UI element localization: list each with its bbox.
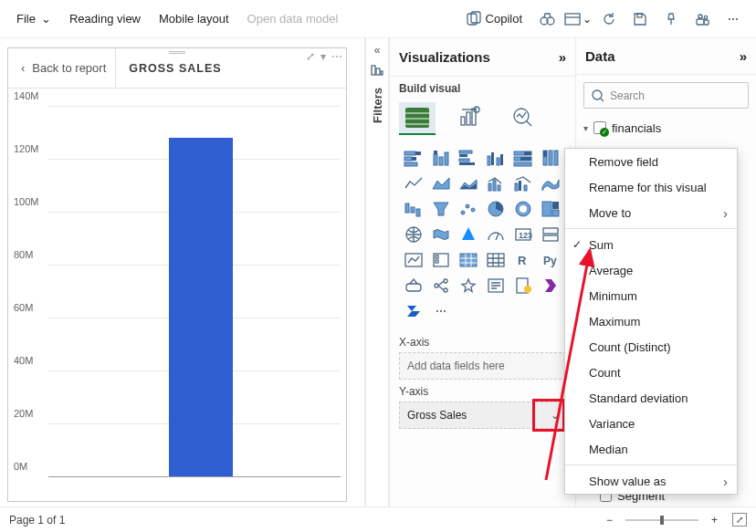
bar-chart: 0M 20M 40M 60M 80M 100M 120M 140M [14,103,342,494]
line-column-icon[interactable] [483,172,509,195]
y-axis-label: Y-axis [399,385,566,398]
format-visual-tab[interactable] [452,102,488,135]
menu-minimum[interactable]: Minimum [565,283,737,308]
slicer-icon[interactable] [428,248,454,272]
menu-rename[interactable]: Rename for this visual [565,174,737,200]
filters-icon [371,64,383,77]
search-input[interactable]: Search [583,82,749,109]
fit-to-page-icon[interactable]: ⤢ [732,513,747,527]
table-financials[interactable]: ▾ ✓ financials [583,116,749,140]
visual-title: GROSS SALES [115,48,234,88]
svg-rect-25 [434,151,437,154]
drag-grip-icon[interactable] [169,50,185,54]
menu-average[interactable]: Average [565,257,737,283]
x-axis-dropzone[interactable]: Add data fields here [399,352,566,380]
binoculars-icon[interactable] [531,4,562,35]
kpi-icon[interactable] [401,248,426,272]
waterfall-icon[interactable] [401,197,426,221]
menu-show-value-as[interactable]: Show value as [565,468,737,494]
more-visuals-icon[interactable]: ⋯ [428,299,454,323]
100-stacked-column-icon[interactable] [538,146,563,170]
ribbon-chart-icon[interactable] [538,172,563,195]
gauge-icon[interactable] [483,223,509,246]
menu-sum[interactable]: Sum [565,232,737,257]
100-stacked-bar-icon[interactable] [510,146,536,170]
menu-variance[interactable]: Variance [565,411,737,436]
menu-move-to[interactable]: Move to [565,200,737,225]
svg-point-55 [466,204,469,208]
zoom-slider[interactable] [625,519,698,521]
multi-card-icon[interactable] [538,223,563,246]
clustered-column-icon[interactable] [483,146,509,170]
copilot-button[interactable]: Copilot [457,5,531,33]
stacked-column-icon[interactable] [428,146,454,170]
collapse-viz-icon[interactable]: » [559,49,566,65]
menu-median[interactable]: Median [565,436,737,462]
save-icon[interactable] [625,4,656,35]
stacked-area-icon[interactable] [456,172,481,195]
narrative-icon[interactable] [483,274,509,297]
refresh-icon[interactable] [593,4,625,35]
donut-icon[interactable] [510,197,536,221]
svg-rect-27 [445,152,448,165]
azure-map-icon[interactable] [456,223,481,246]
area-chart-icon[interactable] [428,172,454,195]
reading-view-button[interactable]: Reading view [60,6,150,31]
decomposition-icon[interactable] [428,274,454,297]
svg-rect-53 [416,209,420,216]
scatter-icon[interactable] [456,197,481,221]
funnel-icon[interactable] [428,197,454,221]
svg-rect-14 [461,117,465,125]
expand-filters-icon[interactable]: « [374,44,381,57]
back-button[interactable]: ‹ Back to report [8,61,115,75]
svg-rect-29 [459,154,467,157]
teams-icon[interactable] [687,4,718,35]
menu-count[interactable]: Count [565,360,737,385]
r-visual-icon[interactable]: R [510,248,536,272]
insert-button[interactable]: ⌄ [562,4,593,35]
y-axis-dropzone[interactable]: Gross Sales ⌄ [399,402,566,429]
py-visual-icon[interactable]: Py [538,248,563,272]
menu-count-distinct[interactable]: Count (Distinct) [565,334,737,360]
more-options-icon[interactable]: ⋯ [331,50,342,63]
bar[interactable] [169,138,233,476]
pin-icon[interactable] [656,4,687,35]
analytics-tab[interactable] [505,102,541,135]
powerapps-icon[interactable] [538,274,563,297]
menu-maximum[interactable]: Maximum [565,308,737,334]
power-automate-icon[interactable] [401,299,426,323]
svg-rect-52 [411,207,415,213]
svg-rect-26 [439,157,443,165]
svg-rect-11 [376,68,380,75]
qa-icon[interactable] [456,274,481,297]
visual-gallery: 123 R Py ⋯ [399,146,566,330]
build-fields-tab[interactable] [399,102,436,135]
focus-icon[interactable]: ⤢ [306,50,315,63]
table-icon[interactable] [456,248,481,272]
data-panel-title: Data [585,48,615,64]
menu-remove-field[interactable]: Remove field [565,149,737,174]
stacked-bar-icon[interactable] [401,146,426,170]
copilot-label: Copilot [486,12,522,26]
matrix-icon[interactable] [483,248,509,272]
mobile-layout-button[interactable]: Mobile layout [150,6,238,31]
zoom-in-button[interactable]: + [706,514,723,527]
menu-stddev[interactable]: Standard deviation [565,385,737,411]
map-icon[interactable] [401,223,426,246]
filled-map-icon[interactable] [428,223,454,246]
treemap-icon[interactable] [538,197,563,221]
line-chart-icon[interactable] [401,172,426,195]
back-label: Back to report [32,61,106,75]
filter-icon[interactable]: ▾ [320,50,326,63]
clustered-bar-icon[interactable] [456,146,481,170]
paginated-icon[interactable] [510,274,536,297]
card-icon[interactable]: 123 [510,223,536,246]
visual-container[interactable]: ⤢ ▾ ⋯ ‹ Back to report GROSS SALES 0M 20… [7,47,347,502]
more-icon[interactable]: ⋯ [718,4,749,35]
pie-icon[interactable] [483,197,509,221]
zoom-out-button[interactable]: − [601,514,618,527]
file-menu[interactable]: File ⌄ [7,6,60,31]
collapse-data-icon[interactable]: » [740,48,747,64]
key-influencers-icon[interactable] [401,274,426,297]
line-clustered-icon[interactable] [510,172,536,195]
